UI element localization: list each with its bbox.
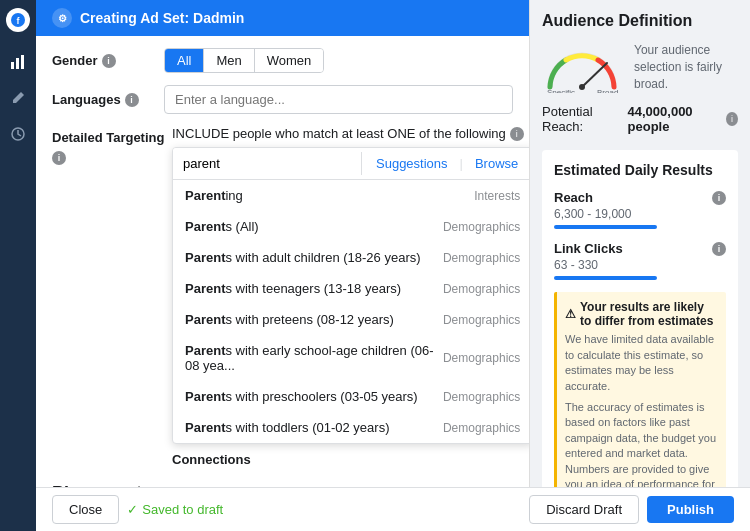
- discard-draft-button[interactable]: Discard Draft: [529, 495, 639, 524]
- svg-line-6: [582, 63, 607, 87]
- checkmark-icon: ✓: [127, 502, 138, 517]
- footer-right: Discard Draft Publish: [529, 495, 734, 524]
- content-area: Gender i All Men Women Languages i: [36, 36, 529, 487]
- warning-icon: ⚠: [565, 307, 576, 321]
- reach-range: 6,300 - 19,000: [554, 207, 726, 221]
- svg-rect-3: [16, 58, 19, 69]
- audience-definition-section: Audience Definition: [542, 12, 738, 134]
- header-icon: ⚙: [52, 8, 72, 28]
- list-item[interactable]: Parents with early school-age children (…: [173, 335, 529, 381]
- search-divider: |: [460, 156, 463, 171]
- right-panel: Audience Definition: [530, 0, 750, 487]
- potential-reach-info-icon[interactable]: i: [726, 112, 738, 126]
- footer-left: Close ✓ Saved to draft: [52, 495, 223, 524]
- list-item[interactable]: Parents with preschoolers (03-05 years) …: [173, 381, 529, 412]
- language-input[interactable]: [164, 85, 513, 114]
- search-actions: Suggestions | Browse: [361, 152, 529, 175]
- gender-button-group: All Men Women: [164, 48, 324, 73]
- reach-info-icon[interactable]: i: [712, 191, 726, 205]
- main-content: ⚙ Creating Ad Set: Dadmin Gender i All M…: [36, 0, 750, 531]
- gender-women-button[interactable]: Women: [255, 49, 324, 72]
- potential-reach: Potential Reach: 44,000,000 people i: [542, 104, 738, 134]
- reach-result: Reach i 6,300 - 19,000: [554, 190, 726, 229]
- gender-label: Gender i: [52, 53, 152, 68]
- targeting-description-info-icon[interactable]: i: [510, 127, 524, 141]
- reach-bar: [554, 225, 657, 229]
- svg-text:Specific: Specific: [547, 88, 575, 93]
- connections-row: Connections: [172, 452, 529, 467]
- estimated-results-title: Estimated Daily Results: [554, 162, 726, 178]
- svg-rect-4: [21, 55, 24, 69]
- svg-point-7: [579, 84, 585, 90]
- chart-icon[interactable]: [4, 48, 32, 76]
- targeting-description: INCLUDE people who match at least ONE of…: [172, 126, 529, 141]
- saved-draft-status: ✓ Saved to draft: [127, 502, 223, 517]
- footer: Close ✓ Saved to draft Discard Draft Pub…: [36, 487, 750, 531]
- link-clicks-result: Link Clicks i 63 - 330: [554, 241, 726, 280]
- list-item[interactable]: Parents with teenagers (13-18 years) Dem…: [173, 273, 529, 304]
- svg-rect-2: [11, 62, 14, 69]
- list-item[interactable]: Parenting Interests: [173, 180, 529, 211]
- languages-label: Languages i: [52, 92, 152, 107]
- warning-detail: The accuracy of estimates is based on fa…: [565, 400, 718, 487]
- page-title: Creating Ad Set: Dadmin: [80, 10, 244, 26]
- gender-men-button[interactable]: Men: [204, 49, 254, 72]
- browse-button[interactable]: Browse: [471, 152, 522, 175]
- clock-icon[interactable]: [4, 120, 32, 148]
- gender-all-button[interactable]: All: [165, 49, 204, 72]
- page-header: ⚙ Creating Ad Set: Dadmin: [36, 0, 529, 36]
- detailed-targeting-label: Detailed Targeting i: [52, 126, 172, 165]
- publish-button[interactable]: Publish: [647, 496, 734, 523]
- search-dropdown: Suggestions | Browse Parenting Interests…: [172, 147, 529, 444]
- gauge-description: Your audience selection is fairly broad.: [634, 42, 738, 92]
- audience-gauge: Specific Broad: [542, 43, 622, 91]
- sidebar: f: [0, 0, 36, 531]
- edit-icon[interactable]: [4, 84, 32, 112]
- link-clicks-info-icon[interactable]: i: [712, 242, 726, 256]
- warning-text: We have limited data available to calcul…: [565, 332, 718, 394]
- gender-info-icon[interactable]: i: [102, 54, 116, 68]
- targeting-content: INCLUDE people who match at least ONE of…: [172, 126, 529, 467]
- detailed-targeting-info-icon[interactable]: i: [52, 151, 66, 165]
- list-item[interactable]: Parents (All) Demographics: [173, 211, 529, 242]
- languages-info-icon[interactable]: i: [125, 93, 139, 107]
- list-item[interactable]: Parents with toddlers (01-02 years) Demo…: [173, 412, 529, 443]
- gender-row: Gender i All Men Women: [52, 48, 513, 73]
- detailed-targeting-row: Detailed Targeting i INCLUDE people who …: [52, 126, 513, 467]
- sidebar-logo: f: [6, 8, 30, 32]
- link-clicks-bar: [554, 276, 657, 280]
- list-item[interactable]: Parents with adult children (18-26 years…: [173, 242, 529, 273]
- targeting-search-input[interactable]: [173, 148, 361, 179]
- audience-definition-title: Audience Definition: [542, 12, 738, 30]
- link-clicks-range: 63 - 330: [554, 258, 726, 272]
- svg-text:Broad: Broad: [597, 88, 618, 93]
- warning-box: ⚠ Your results are likely to differ from…: [554, 292, 726, 487]
- gauge-container: Specific Broad Your audience selection i…: [542, 42, 738, 92]
- languages-row: Languages i: [52, 85, 513, 114]
- suggestions-button[interactable]: Suggestions: [372, 152, 452, 175]
- search-header: Suggestions | Browse: [173, 148, 529, 180]
- list-item[interactable]: Parents with preteens (08-12 years) Demo…: [173, 304, 529, 335]
- estimated-results-section: Estimated Daily Results Reach i 6,300 - …: [542, 150, 738, 487]
- close-button[interactable]: Close: [52, 495, 119, 524]
- left-panel: ⚙ Creating Ad Set: Dadmin Gender i All M…: [36, 0, 530, 531]
- connections-label: Connections: [172, 452, 292, 467]
